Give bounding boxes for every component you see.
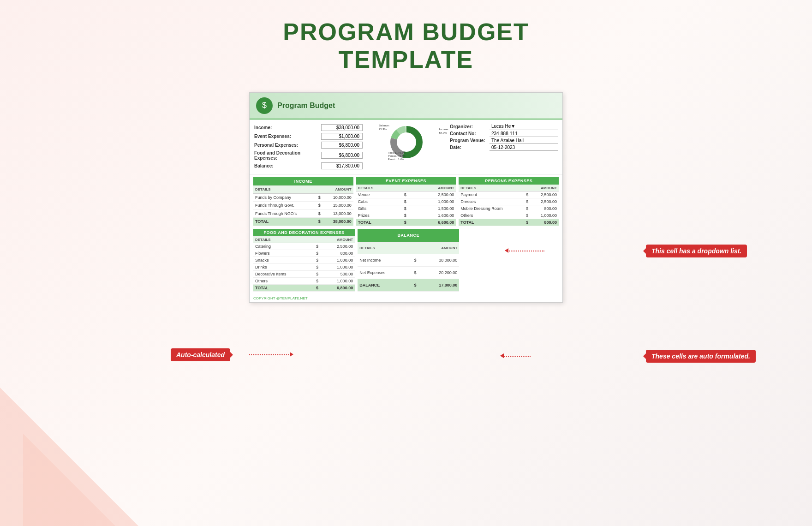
income-col-amount: AMOUNT <box>316 186 353 193</box>
summary-section: Income: $38,000.00 Event Expenses: $1,00… <box>250 120 562 174</box>
summary-right: Organizer: Lucas He▼ Contact No: 234-888… <box>443 123 558 170</box>
donut-chart-container: Balance: 25.3% Income: 54.0% Food &...: … <box>383 123 443 170</box>
table-row: Net Income $ 38,000.00 <box>358 254 459 266</box>
chart-label-food: Food &...: 9.7% <box>388 151 406 155</box>
table-row: Gifts $ 1,500.00 <box>356 205 456 212</box>
tables-bottom-row: FOOD AND DECORATION EXPENSES DETAILS AMO… <box>253 229 559 292</box>
balance-value: $17,800.00 <box>321 162 363 169</box>
food-value: $6,800.00 <box>321 152 363 159</box>
sheet-title: Program Budget <box>277 102 335 110</box>
contact-label: Contact No: <box>448 130 490 137</box>
table-row: Mobile Dressing Room $ 800.00 <box>459 205 559 212</box>
spreadsheet: $ Program Budget Income: $38,000.00 Even… <box>249 92 563 303</box>
food-header: FOOD AND DECORATION EXPENSES <box>253 229 355 237</box>
date-value: 05-12-2023 <box>490 144 558 151</box>
tables-section: INCOME DETAILS AMOUNT Funds by Company $… <box>250 174 562 294</box>
chart-label-income: Income: <box>439 127 449 131</box>
dropdown-label: This cell has a dropdown list. <box>646 245 747 257</box>
dollar-icon: $ <box>256 97 273 114</box>
auto-calc-label: Auto-calculated <box>171 348 230 361</box>
event-col-details: DETAILS <box>356 185 402 191</box>
persons-col-details: DETAILS <box>459 185 524 191</box>
table-row: Dresses $ 2,500.00 <box>459 198 559 205</box>
table-row: Others $ 1,000.00 <box>459 212 559 219</box>
persons-total-row: TOTAL $ 800.00 <box>459 219 559 226</box>
date-label: Date: <box>448 144 490 151</box>
persons-header: PERSONS EXPENSES <box>459 177 559 185</box>
summary-left: Income: $38,000.00 Event Expenses: $1,00… <box>254 123 383 170</box>
food-col-details: DETAILS <box>253 236 314 243</box>
table-row: Others $ 1,000.00 <box>253 277 355 284</box>
organizer-table: Organizer: Lucas He▼ Contact No: 234-888… <box>448 123 558 151</box>
event-label: Event Expenses: <box>254 134 321 139</box>
personal-label: Personal Expenses: <box>254 143 321 148</box>
event-header: EVENT EXPENSES <box>356 177 456 185</box>
food-col-amount: AMOUNT <box>314 236 355 243</box>
food-label: Food and Decoration Expenses: <box>254 150 321 161</box>
persons-table: PERSONS EXPENSES DETAILS AMOUNT Payment … <box>459 177 559 226</box>
venue-value: The Azalae Hall <box>490 137 558 144</box>
event-value: $1,000.00 <box>321 133 363 140</box>
balance-table: BALANCE DETAILS AMOUNT Net Income $ 38,0… <box>358 229 459 292</box>
table-row: Catering $ 2,500.00 <box>253 243 355 250</box>
table-row: Snacks $ 1,000.00 <box>253 257 355 263</box>
income-value: $38,000.00 <box>321 124 363 131</box>
table-row: Funds Through NGO's $ 13,000.00 <box>253 209 353 217</box>
event-table: EVENT EXPENSES DETAILS AMOUNT Venue $ 2,… <box>356 177 456 226</box>
tables-top-row: INCOME DETAILS AMOUNT Funds by Company $… <box>253 177 559 226</box>
income-col-details: DETAILS <box>253 186 316 193</box>
income-total-row: TOTAL $ 38,000.00 <box>253 218 353 226</box>
event-col-amount: AMOUNT <box>402 185 456 191</box>
table-row: Net Expenses $ 20,200.00 <box>358 266 459 279</box>
org-value[interactable]: Lucas He▼ <box>490 123 558 130</box>
table-row: Prizes $ 1,600.00 <box>356 212 456 219</box>
event-total-row: TOTAL $ 6,600.00 <box>356 219 456 226</box>
income-table: INCOME DETAILS AMOUNT Funds by Company $… <box>253 177 353 226</box>
contact-value: 234-888-111 <box>490 130 558 137</box>
balance-label: Balance: <box>254 163 321 168</box>
auto-form-label: These cells are auto formulated. <box>646 350 756 363</box>
venue-label: Program Venue: <box>448 137 490 144</box>
table-row: Venue $ 2,500.00 <box>356 191 456 198</box>
balance-col-details: DETAILS <box>358 242 412 254</box>
table-row: Funds by Company $ 10,000.00 <box>253 193 353 201</box>
page-title: PROGRAM BUDGET TEMPLATE <box>283 18 529 74</box>
balance-total-row: BALANCE $ 17,800.00 <box>358 279 459 291</box>
table-row: Decorative Items $ 500.00 <box>253 270 355 277</box>
food-table: FOOD AND DECORATION EXPENSES DETAILS AMO… <box>253 229 355 292</box>
table-row: Funds Through Govt. $ 15,000.00 <box>253 202 353 209</box>
chart-label-balance: Balance: <box>379 124 389 127</box>
personal-value: $6,800.00 <box>321 142 363 149</box>
persons-col-amount: AMOUNT <box>524 185 559 191</box>
food-total-row: TOTAL $ 6,800.00 <box>253 284 355 291</box>
sheet-header: $ Program Budget <box>250 93 562 120</box>
balance-header: BALANCE <box>358 229 459 243</box>
income-header: INCOME <box>253 177 353 186</box>
table-row: Cabs $ 1,000.00 <box>356 198 456 205</box>
org-label: Organizer: <box>448 123 490 130</box>
svg-point-5 <box>398 134 415 150</box>
table-row: Payment $ 2,500.00 <box>459 191 559 198</box>
table-row: Drinks $ 1,000.00 <box>253 263 355 270</box>
income-label: Income: <box>254 125 321 130</box>
balance-col-amount: AMOUNT <box>412 242 459 254</box>
copyright: COPYRIGHT @TEMPLATE.NET <box>250 294 562 302</box>
table-row: Flowers $ 800.00 <box>253 250 355 257</box>
